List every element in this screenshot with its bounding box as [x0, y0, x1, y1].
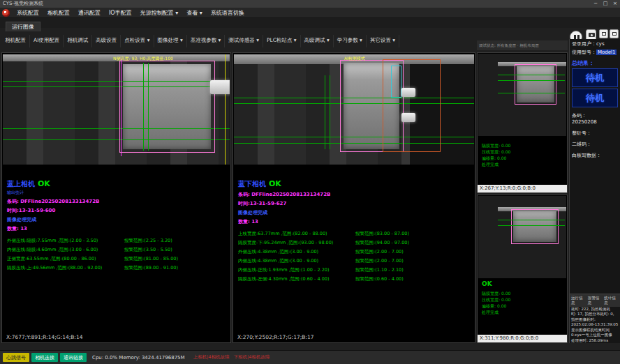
left-camera-image[interactable]: N侧高度: 93; H0:高度阈值:100: [3, 54, 230, 165]
menu-item-language[interactable]: 系统语言切换: [207, 8, 249, 18]
side-info-panel: 登录用户：cys 使用型号：Model1 总结果： 待机 待机 条码： 2025…: [569, 39, 620, 343]
cpu-memory-readout: Cpu: 0.0% Memory: 3424.41796875M: [92, 355, 185, 361]
preview-line: 隔膜宽度: 0.00: [482, 142, 510, 149]
connector-part: [401, 113, 415, 122]
login-user-row: 登录用户：cys: [572, 41, 619, 47]
tab-camera-config[interactable]: 相机配置: [1, 35, 30, 47]
tab-plc-points[interactable]: PLC检站点 ▾: [263, 35, 301, 47]
log-section: 运行信息 报警信息 统计信息 耗时: 222, 拍照检测耗 时: 17, 拍照分…: [570, 294, 620, 344]
model-label: 使用型号：: [572, 50, 596, 55]
preview-line: 偏移量: 0.00: [482, 303, 510, 309]
camera-icon: [589, 33, 595, 37]
view-tab-row: 运行图像: [0, 18, 620, 28]
measure-value: 外侧压线:4.38mm ,范围:(3.00 - 9.00): [238, 249, 355, 255]
connector-part: [401, 88, 415, 97]
measurement-row: 上枝宽度:63.77mm ,范围:(82.00 - 88.00)报警范围:(83…: [238, 231, 472, 236]
tab-other-settings[interactable]: 其它设置 ▾: [367, 35, 399, 47]
camera-title: 蓝下相机: [238, 180, 266, 188]
measurement-row: 外侧压线:4.38mm ,范围:(3.00 - 9.00)报警范围:(2.00 …: [238, 249, 472, 255]
roi-rectangle: [515, 64, 556, 105]
model-value[interactable]: Model1: [596, 50, 617, 55]
right-result-block: 蓝下相机OK 条码: DFFline2025020813313472B 时间:1…: [238, 176, 472, 282]
measure-value: 正侧宽度:63.55mm ,范围:(80.00 - 86.00): [7, 256, 124, 261]
tab-ai-config[interactable]: AI使用配置: [30, 35, 64, 47]
barcode-text: 条码: DFFline2025020813313472B: [7, 198, 228, 205]
maximize-button[interactable]: □: [600, 0, 610, 8]
tab-advanced-debug[interactable]: 高级调试 ▾: [301, 35, 334, 47]
log-line: 0-cys一号上位机一图像: [570, 333, 620, 338]
fault-text-top: 上相机|4相机故障: [193, 354, 230, 361]
barcode-label: 条码：: [572, 113, 586, 119]
menu-item-light-config[interactable]: 光源控制配置 ▾: [136, 8, 183, 18]
monitor-icon: [602, 32, 606, 36]
minimize-button[interactable]: ─: [591, 0, 600, 8]
preview-image-2[interactable]: [478, 196, 566, 278]
log-tabs: 运行信息 报警信息 统计信息: [570, 294, 620, 307]
result-box-2: 待机: [572, 89, 618, 107]
preview-image-1[interactable]: [478, 54, 566, 136]
monitor-button-2[interactable]: [610, 29, 619, 38]
measurement-row: 隔膜压线-上:49.56mm ,范围:(88.00 - 92.00)报警范围:(…: [7, 265, 228, 271]
left-camera-panel: N侧高度: 93; H0:高度阈值:100 蓝上相机OK 输出统计 条码: DF…: [1, 52, 231, 343]
menu-item-system-config[interactable]: 系统配置: [13, 8, 43, 18]
tab-advanced-settings[interactable]: 高级设置: [92, 35, 121, 47]
needle-field: 整针号：: [572, 130, 619, 137]
camera-subtitle: 输出统计: [7, 190, 228, 196]
log-line: 时: 17, 拍照分布耗时: 0, 拍照图像耗时:: [570, 312, 620, 322]
tab-spot-check[interactable]: 点检设置 ▾: [121, 35, 154, 47]
total-result-label: 总结果：: [572, 59, 619, 67]
menu-item-view[interactable]: 查看 ▾: [182, 8, 207, 18]
roi-rectangle: [391, 66, 401, 98]
log-tab-stats[interactable]: 统计信息: [604, 296, 619, 305]
tab-camera-debug[interactable]: 相机调试: [64, 35, 92, 47]
time-text: 时间:13-31-59-600: [7, 207, 228, 214]
status-bar: 心跳信号 相机连接 通讯链接 Cpu: 0.0% Memory: 3424.41…: [0, 350, 620, 364]
measurement-row: 内侧压线:4.38mm ,范围:(3.00 - 9.00)报警范围:(2.00 …: [238, 258, 472, 264]
done-text: 图像处理完成: [7, 216, 228, 223]
window-controls: ─ □ ×: [591, 0, 620, 8]
debug-status-strip: 调试状态: 所有角度层 · 相机布局层: [477, 40, 568, 50]
pixel-coordinate-readout: X:270;Y:2502;R:17;G:17;B:17: [237, 334, 313, 340]
measurement-line: [498, 75, 565, 75]
log-line: 耗时: 222, 拍照检测耗: [570, 307, 620, 312]
measurement-line: [325, 75, 325, 149]
measurement-row: 隔膜宽度-下:95.24mm ,范围:(93.00 - 98.00)报警范围:(…: [238, 240, 472, 245]
measure-value: 隔膜宽度-下:95.24mm ,范围:(93.00 - 98.00): [238, 240, 355, 245]
menu-item-comm-config[interactable]: 通讯配置: [74, 8, 105, 18]
tab-run-image[interactable]: 运行图像: [6, 22, 40, 31]
left-result-block: 蓝上相机OK 输出统计 条码: DFFline2025020813313472B…: [7, 176, 228, 271]
alarm-range: 报警范围:(0.60 - 4.00): [355, 276, 404, 282]
log-tab-run[interactable]: 运行信息: [571, 296, 586, 305]
measurement-line: [498, 225, 565, 226]
alarm-range: 报警范围:(81.00 - 85.00): [124, 256, 178, 261]
log-line: 2025:02:08-13:31:39:05: [570, 322, 620, 328]
tab-test-sensor[interactable]: 测试传感器 ▾: [225, 35, 263, 47]
count-text: 数量: 13: [7, 225, 228, 232]
alarm-range: 报警范围:(94.00 - 97.00): [355, 240, 409, 245]
overlay-label: AI检测模式: [344, 56, 365, 62]
menu-item-camera-config[interactable]: 相机配置: [43, 8, 74, 18]
tab-baseline-params[interactable]: 基准视参数 ▾: [187, 35, 226, 47]
right-camera-panel: AI检测模式 蓝下相机OK 条码: DFFline202502081331347…: [232, 52, 475, 343]
measurement-line: [498, 220, 565, 220]
menu-item-io-config[interactable]: IO手配置: [105, 8, 136, 18]
measurement-row: 隔膜压线-左侧:4.30mm ,范围:(0.60 - 4.00)报警范围:(0.…: [238, 276, 472, 282]
log-tab-alarm[interactable]: 报警信息: [588, 296, 603, 305]
done-text: 图像处理完成: [238, 209, 472, 216]
preview-camera-panel-1: 隔膜宽度: 0.00 压线宽度: 0.00 偏移量: 0.00 处理完成 X:2…: [477, 52, 568, 193]
measurement-row: 外侧压线:隔膜:7.55mm ,范围:(2.00 - 3.50)报警范围:(2.…: [7, 238, 228, 243]
window-title: CYS-视觉检测系统: [0, 1, 43, 6]
monitor-button-1[interactable]: [599, 29, 608, 38]
result-box-1: 待机: [572, 68, 618, 87]
alarm-range: 报警范围:(2.25 - 3.20): [124, 238, 172, 243]
app-window: CYS-视觉检测系统 ─ □ × 系统配置 相机配置 通讯配置 IO手配置 光源…: [0, 0, 620, 364]
tab-learning-params[interactable]: 学习参数 ▾: [334, 35, 367, 47]
login-user-label: 登录用户：: [572, 41, 596, 47]
alarm-range: 报警范围:(83.00 - 87.00): [355, 231, 409, 236]
barcode-value: 20250208: [572, 119, 597, 125]
close-button[interactable]: ×: [610, 0, 620, 8]
comm-link-indicator: 通讯链接: [60, 353, 87, 362]
roi-rectangle: [511, 209, 559, 244]
tab-image-processing[interactable]: 图像处理 ▾: [154, 35, 187, 47]
right-camera-image[interactable]: AI检测模式: [234, 54, 474, 165]
